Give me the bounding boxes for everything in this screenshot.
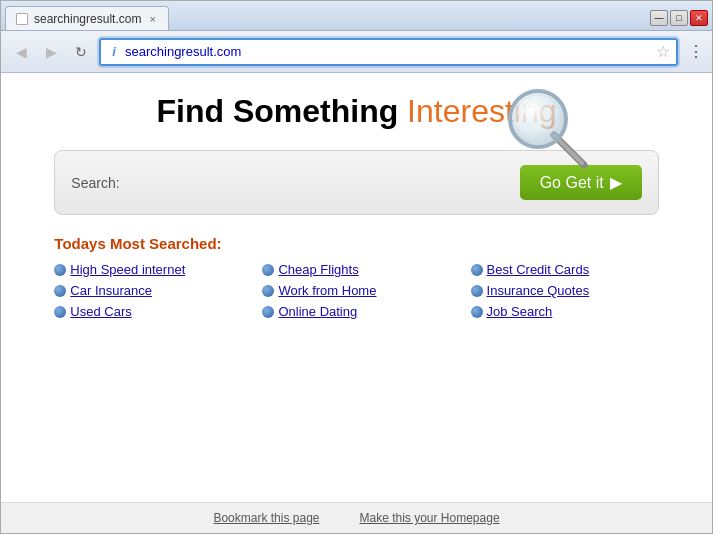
svg-point-2 — [510, 91, 566, 147]
links-section: Todays Most Searched: High Speed interne… — [54, 225, 658, 329]
link-cheap-flights[interactable]: Cheap Flights — [278, 262, 358, 277]
browser-window: searchingresult.com × — □ ✕ ◀ ▶ ↻ i ☆ ⋮ — [0, 0, 713, 534]
navigation-bar: ◀ ▶ ↻ i ☆ ⋮ — [1, 31, 712, 73]
magnifier-icon — [502, 83, 592, 173]
back-icon: ◀ — [16, 44, 27, 60]
tab-title: searchingresult.com — [34, 12, 141, 26]
link-car-insurance[interactable]: Car Insurance — [70, 283, 152, 298]
list-item: Job Search — [471, 304, 659, 319]
list-item: Insurance Quotes — [471, 283, 659, 298]
tab-favicon — [16, 13, 28, 25]
links-heading: Todays Most Searched: — [54, 235, 658, 252]
link-job-search[interactable]: Job Search — [487, 304, 553, 319]
list-item: Work from Home — [262, 283, 450, 298]
link-high-speed-internet[interactable]: High Speed internet — [70, 262, 185, 277]
list-item: High Speed internet — [54, 262, 242, 277]
browser-tab[interactable]: searchingresult.com × — [5, 6, 169, 30]
window-controls: — □ ✕ — [650, 10, 708, 30]
title-bar: searchingresult.com × — □ ✕ — [1, 1, 712, 31]
homepage-link[interactable]: Make this your Homepage — [359, 511, 499, 525]
page-content: Find Something Interesting — [1, 73, 712, 533]
list-item: Used Cars — [54, 304, 242, 319]
link-work-from-home[interactable]: Work from Home — [278, 283, 376, 298]
bullet-icon — [471, 264, 483, 276]
hero-text-find: Find Something — [156, 93, 407, 129]
link-online-dating[interactable]: Online Dating — [278, 304, 357, 319]
link-used-cars[interactable]: Used Cars — [70, 304, 131, 319]
bullet-icon — [262, 285, 274, 297]
search-button-icon: ▶ — [610, 173, 622, 192]
search-button-label: Go Get it — [540, 174, 604, 192]
minimize-button[interactable]: — — [650, 10, 668, 26]
address-input[interactable] — [125, 44, 652, 59]
bullet-icon — [471, 306, 483, 318]
bullet-icon — [262, 264, 274, 276]
bullet-icon — [471, 285, 483, 297]
bookmark-star-icon[interactable]: ☆ — [656, 42, 670, 61]
bookmark-page-link[interactable]: Bookmark this page — [213, 511, 319, 525]
search-label: Search: — [71, 175, 119, 191]
bullet-icon — [262, 306, 274, 318]
link-insurance-quotes[interactable]: Insurance Quotes — [487, 283, 590, 298]
hero-title: Find Something Interesting — [156, 93, 556, 130]
back-button[interactable]: ◀ — [9, 40, 33, 64]
links-grid: High Speed internet Cheap Flights Best C… — [54, 262, 658, 319]
restore-button[interactable]: □ — [670, 10, 688, 26]
refresh-icon: ↻ — [75, 44, 87, 60]
refresh-button[interactable]: ↻ — [69, 40, 93, 64]
list-item: Online Dating — [262, 304, 450, 319]
forward-icon: ▶ — [46, 44, 57, 60]
search-input[interactable] — [130, 175, 510, 191]
browser-menu-icon[interactable]: ⋮ — [688, 42, 704, 61]
list-item: Best Credit Cards — [471, 262, 659, 277]
tab-close-button[interactable]: × — [147, 13, 157, 25]
page-footer: Bookmark this page Make this your Homepa… — [1, 502, 712, 533]
list-item: Cheap Flights — [262, 262, 450, 277]
close-button[interactable]: ✕ — [690, 10, 708, 26]
bullet-icon — [54, 264, 66, 276]
list-item: Car Insurance — [54, 283, 242, 298]
address-bar[interactable]: i ☆ — [99, 38, 678, 66]
hero-section: Find Something Interesting — [1, 73, 712, 140]
forward-button[interactable]: ▶ — [39, 40, 63, 64]
bullet-icon — [54, 285, 66, 297]
bullet-icon — [54, 306, 66, 318]
info-icon: i — [107, 44, 121, 59]
link-best-credit-cards[interactable]: Best Credit Cards — [487, 262, 590, 277]
